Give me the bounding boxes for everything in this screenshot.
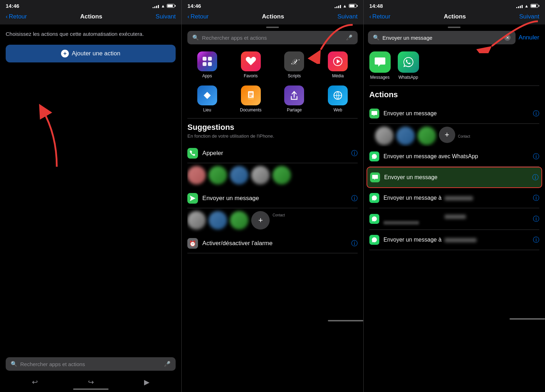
battery-icon-2	[349, 4, 358, 8]
blurred-name-2	[445, 215, 466, 219]
battery-icon-3	[530, 4, 539, 8]
action-envoyer-wa[interactable]: Envoyer un message avec WhatsApp ⓘ	[369, 147, 539, 167]
back-button-1[interactable]: ‹ Retour	[6, 13, 27, 20]
handle-bar-3	[448, 27, 461, 28]
appeler-info[interactable]: ⓘ	[351, 149, 358, 158]
status-bar-1: 14:46 ▲	[0, 0, 181, 10]
description-1: Choisissez les actions que cette automat…	[0, 24, 181, 45]
nav-title-3: Actions	[444, 13, 466, 20]
whatsapp-app-label: WhatsApp	[398, 75, 418, 80]
suivant-button-3[interactable]: Suivant	[519, 13, 539, 20]
play-icon[interactable]: ▶	[144, 378, 149, 386]
panel-1: 14:46 ▲ ‹ Retour Actions Suivant	[0, 0, 181, 392]
actions-title-3: Actions	[369, 90, 539, 99]
partage-icon	[284, 85, 304, 105]
bottom-controls-1: ↩ ↪ ▶	[0, 378, 181, 386]
divider-2	[187, 118, 357, 118]
suggestion-appeler[interactable]: Appeler ⓘ	[187, 144, 357, 163]
status-bar-2: 14:46 ▲	[182, 0, 363, 10]
app-whatsapp[interactable]: WhatsApp	[398, 51, 419, 80]
action-info-6[interactable]: ⓘ	[533, 236, 539, 244]
category-documents[interactable]: Documents	[232, 85, 269, 112]
web-label: Web	[334, 107, 342, 112]
search-bar-2[interactable]: 🔍 Rechercher apps et actions 🎤	[187, 31, 357, 44]
svg-rect-3	[208, 62, 212, 66]
mic-icon-1: 🎤	[164, 361, 171, 367]
action-icon-2	[369, 151, 379, 161]
category-grid: Apps Favoris 𝒳 Scripts	[182, 49, 363, 118]
action-info-5[interactable]: ⓘ	[533, 215, 539, 223]
actions-section-3: Actions Envoyer un message ⓘ + Contact	[364, 90, 545, 250]
apps-label: Apps	[202, 73, 212, 78]
contact-e3	[230, 211, 248, 230]
envoyer-label: Envoyer un message	[202, 195, 351, 202]
action-envoyer-a3[interactable]: Envoyer un message à ⓘ	[369, 230, 539, 250]
search-icon-2: 🔍	[192, 34, 199, 41]
envoyer-contacts: + Contact	[187, 208, 357, 234]
panel-2: 14:46 ▲ ‹ Retour Actions Suivant	[181, 0, 363, 392]
search-input-3[interactable]: 🔍 Envoyer un message ✕	[368, 31, 516, 44]
redo-icon[interactable]: ↪	[88, 378, 94, 386]
action-icon-6	[369, 235, 379, 245]
action-envoyer-a2[interactable]: Envoyer un message à ⓘ	[369, 208, 539, 230]
suggestions-title: Suggestions	[187, 123, 357, 132]
action-envoyer-msg2[interactable]: Envoyer un message ⓘ	[367, 167, 542, 188]
mic-icon-2: 🎤	[346, 34, 353, 41]
home-indicator-3	[510, 318, 545, 320]
nav-bar-1: ‹ Retour Actions Suivant	[0, 10, 181, 24]
category-scripts[interactable]: 𝒳 Scripts	[276, 51, 313, 78]
add-action-button[interactable]: + Ajouter une action	[6, 45, 176, 62]
documents-label: Documents	[240, 107, 262, 112]
svg-marker-6	[337, 59, 340, 64]
category-favoris[interactable]: Favoris	[232, 51, 269, 78]
suivant-button-1[interactable]: Suivant	[156, 13, 176, 20]
back-button-3[interactable]: ‹ Retour	[369, 13, 391, 20]
action-name-5: Envoyer un message à	[384, 213, 533, 220]
category-media[interactable]: Média	[320, 51, 356, 78]
app-messages[interactable]: Messages	[369, 51, 391, 80]
action-info-3[interactable]: ⓘ	[532, 173, 539, 182]
lieu-icon	[197, 85, 217, 105]
panel-3: 14:48 ▲ ‹ Retour Actions Suivant	[363, 0, 545, 392]
svg-rect-10	[249, 94, 253, 95]
contact-1	[187, 166, 206, 184]
category-lieu[interactable]: Lieu	[189, 85, 225, 112]
contact-e2	[209, 211, 227, 230]
action-envoyer-a1[interactable]: Envoyer un message à ⓘ	[369, 188, 539, 208]
category-partage[interactable]: Partage	[276, 85, 313, 112]
media-label: Média	[332, 73, 344, 78]
blurred-name-1	[445, 196, 473, 200]
time-2: 14:46	[187, 3, 201, 9]
cancel-button-3[interactable]: Annuler	[518, 34, 539, 41]
bottom-search-1[interactable]: 🔍 Rechercher apps et actions 🎤	[6, 357, 176, 371]
action-info-2[interactable]: ⓘ	[533, 152, 539, 161]
svg-rect-0	[203, 57, 207, 61]
action-envoyer-msg[interactable]: Envoyer un message ⓘ	[369, 104, 539, 124]
suggestions-subtitle: En fonction de votre utilisation de l'iP…	[187, 133, 357, 139]
alarme-info[interactable]: ⓘ	[351, 239, 358, 248]
svg-text:𝒳: 𝒳	[291, 57, 299, 66]
a-contact-plus-1[interactable]: +	[439, 127, 455, 143]
suggestion-envoyer[interactable]: Envoyer un message ⓘ	[187, 189, 357, 208]
blurred-name-3	[445, 238, 477, 242]
back-button-2[interactable]: ‹ Retour	[187, 13, 209, 20]
suggestions-section: Suggestions En fonction de votre utilisa…	[182, 123, 363, 253]
svg-rect-2	[203, 62, 207, 66]
contact-plus[interactable]: +	[251, 211, 270, 230]
action-info-4[interactable]: ⓘ	[533, 194, 539, 202]
appeler-label: Appeler	[202, 150, 351, 157]
category-apps[interactable]: Apps	[189, 51, 225, 78]
undo-icon[interactable]: ↩	[32, 378, 38, 386]
suivant-button-2[interactable]: Suivant	[337, 13, 358, 20]
action-name-2: Envoyer un message avec WhatsApp	[384, 153, 533, 160]
suggestion-alarme[interactable]: ⏰ Activer/désactiver l'alarme ⓘ	[187, 234, 357, 253]
divider-3	[369, 85, 539, 86]
a-contact-1	[375, 127, 393, 145]
scripts-label: Scripts	[288, 73, 301, 78]
clear-search-button[interactable]: ✕	[504, 34, 511, 41]
envoyer-icon	[187, 193, 198, 204]
appeler-contacts	[187, 163, 357, 189]
category-web[interactable]: Web	[320, 85, 356, 112]
action-info-1[interactable]: ⓘ	[533, 109, 539, 118]
envoyer-info[interactable]: ⓘ	[351, 194, 358, 203]
